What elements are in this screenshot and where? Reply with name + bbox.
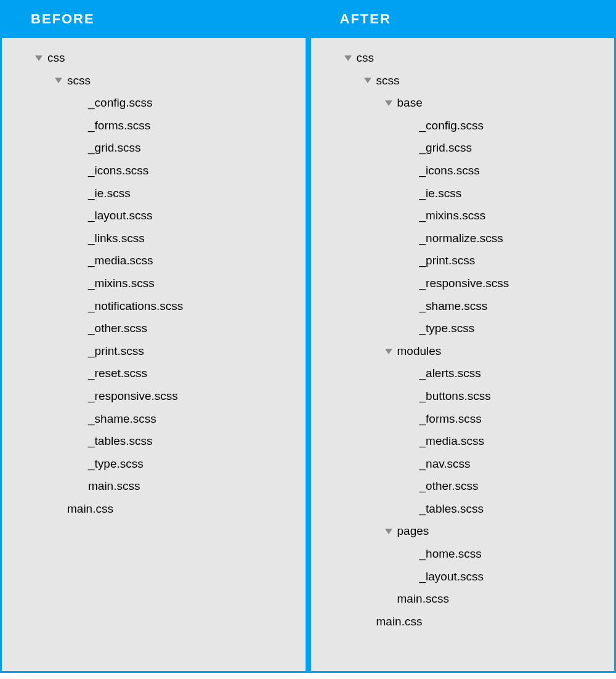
file-label: _other.scss [88,320,147,337]
tree-file[interactable]: main.css [8,498,299,521]
after-file-tree: cssscssbase_config.scss_grid.scss_icons.… [317,47,609,633]
tree-file[interactable]: _responsive.scss [8,385,299,408]
folder-label: base [397,95,423,112]
file-label: _notifications.scss [88,298,183,315]
file-label: _home.scss [419,546,482,563]
tree-file[interactable]: _notifications.scss [8,295,299,318]
tree-file[interactable]: _grid.scss [317,137,609,160]
file-label: _type.scss [419,320,475,337]
before-header: BEFORE [0,0,307,38]
tree-file[interactable]: _shame.scss [8,408,299,431]
file-label: _config.scss [419,118,484,134]
tree-file[interactable]: _media.scss [8,250,299,272]
folder-label: pages [397,523,429,540]
tree-file[interactable]: _config.scss [8,92,299,115]
tree-file[interactable]: _config.scss [317,115,609,137]
folder-label: css [357,50,375,67]
tree-folder[interactable]: scss [8,70,299,92]
tree-folder[interactable]: pages [317,520,609,543]
tree-file[interactable]: _icons.scss [8,160,299,182]
tree-file[interactable]: _buttons.scss [317,385,609,408]
file-label: _forms.scss [88,118,150,134]
disclosure-triangle-icon[interactable] [385,100,392,106]
tree-file[interactable]: main.css [317,611,609,633]
disclosure-triangle-icon[interactable] [364,78,371,83]
tree-file[interactable]: _layout.scss [317,566,609,588]
tree-file[interactable]: _normalize.scss [317,227,609,250]
file-label: _alerts.scss [419,365,481,382]
tree-file[interactable]: _other.scss [317,475,609,498]
tree-folder[interactable]: modules [317,340,609,363]
file-label: _normalize.scss [419,230,503,247]
file-label: _links.scss [88,230,145,247]
tree-file[interactable]: _reset.scss [8,362,299,385]
file-label: _media.scss [88,253,153,269]
tree-file[interactable]: _mixins.scss [317,205,609,227]
tree-file[interactable]: _type.scss [8,453,299,476]
tree-file[interactable]: main.scss [317,588,609,611]
tree-file[interactable]: _type.scss [317,317,609,340]
file-label: main.css [376,614,423,630]
after-body: cssscssbase_config.scss_grid.scss_icons.… [309,38,617,673]
tree-file[interactable]: main.scss [8,475,299,498]
file-label: _ie.scss [88,185,131,202]
file-label: main.scss [397,591,449,608]
tree-file[interactable]: _tables.scss [8,430,299,453]
file-label: _responsive.scss [88,388,178,405]
tree-file[interactable]: _print.scss [8,340,299,363]
folder-label: modules [397,343,442,360]
file-label: _buttons.scss [419,388,491,405]
file-label: _tables.scss [419,501,484,518]
tree-folder[interactable]: base [317,92,609,115]
after-header: AFTER [309,0,617,38]
after-panel: AFTER cssscssbase_config.scss_grid.scss_… [309,0,617,673]
file-label: _shame.scss [88,411,156,428]
tree-file[interactable]: _tables.scss [317,498,609,521]
file-label: _mixins.scss [419,208,486,224]
tree-file[interactable]: _mixins.scss [8,272,299,295]
disclosure-triangle-icon[interactable] [35,55,43,61]
tree-file[interactable]: _forms.scss [317,408,609,431]
comparison-container: BEFORE cssscss_config.scss_forms.scss_gr… [0,0,616,673]
after-title: AFTER [340,11,391,26]
file-label: _grid.scss [419,140,472,157]
tree-file[interactable]: _alerts.scss [317,362,609,385]
tree-file[interactable]: _media.scss [317,430,609,453]
tree-file[interactable]: _responsive.scss [317,272,609,295]
file-label: main.css [67,501,113,518]
before-file-tree: cssscss_config.scss_forms.scss_grid.scss… [8,47,299,520]
file-label: _reset.scss [88,365,147,382]
tree-folder[interactable]: css [317,47,609,70]
file-label: _icons.scss [88,163,148,179]
tree-file[interactable]: _print.scss [317,250,609,272]
tree-file[interactable]: _home.scss [317,543,609,566]
disclosure-triangle-icon[interactable] [344,55,352,61]
file-label: _layout.scss [88,208,153,224]
file-label: _mixins.scss [88,275,155,292]
file-label: _icons.scss [419,163,480,179]
disclosure-triangle-icon[interactable] [385,529,392,534]
folder-label: scss [376,73,400,89]
file-label: _config.scss [88,95,153,112]
file-label: _ie.scss [419,185,462,202]
file-label: _responsive.scss [419,275,509,292]
tree-file[interactable]: _ie.scss [317,182,609,205]
tree-file[interactable]: _ie.scss [8,182,299,205]
disclosure-triangle-icon[interactable] [385,349,392,354]
tree-file[interactable]: _layout.scss [8,205,299,227]
tree-folder[interactable]: css [8,47,299,70]
tree-file[interactable]: _forms.scss [8,115,299,137]
tree-file[interactable]: _grid.scss [8,137,299,160]
file-label: _layout.scss [419,569,484,585]
tree-folder[interactable]: scss [317,70,609,92]
file-label: _type.scss [88,456,144,473]
tree-file[interactable]: _other.scss [8,317,299,340]
file-label: _forms.scss [419,411,482,428]
tree-file[interactable]: _icons.scss [317,160,609,182]
file-label: _tables.scss [88,433,153,450]
tree-file[interactable]: _links.scss [8,227,299,250]
file-label: _print.scss [88,343,144,360]
disclosure-triangle-icon[interactable] [55,78,62,83]
tree-file[interactable]: _shame.scss [317,295,609,318]
tree-file[interactable]: _nav.scss [317,453,609,476]
